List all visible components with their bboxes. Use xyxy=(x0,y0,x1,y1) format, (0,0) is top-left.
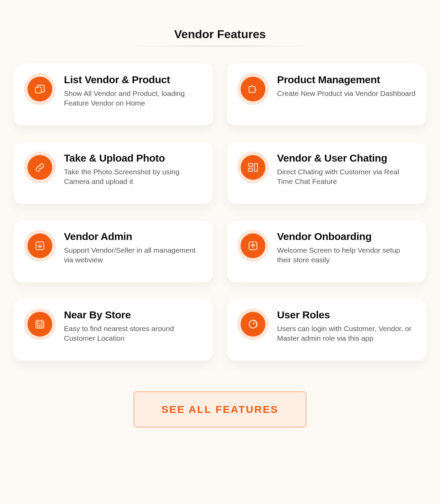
feature-desc: Create New Product via Vendor Dashboard xyxy=(277,89,416,98)
layers-icon xyxy=(28,77,52,101)
feature-card: List Vendor & Product Show All Vendor an… xyxy=(14,64,213,125)
svg-point-8 xyxy=(40,325,40,326)
download-icon xyxy=(28,233,52,258)
svg-rect-0 xyxy=(35,87,41,93)
icon-wrap xyxy=(24,230,56,262)
feature-desc: Show All Vendor and Product, loading Fea… xyxy=(64,89,203,108)
puzzle-icon xyxy=(241,77,265,101)
icon-wrap xyxy=(24,73,56,105)
feature-title: Take & Upload Photo xyxy=(64,152,203,164)
feature-title: Near By Store xyxy=(64,309,203,321)
feature-card: Product Management Create New Product vi… xyxy=(227,64,426,125)
svg-rect-2 xyxy=(249,168,252,172)
title-underline xyxy=(138,46,302,46)
grid-icon xyxy=(241,155,265,180)
feature-desc: Users can login with Customer, Vendor, o… xyxy=(277,324,416,343)
feature-card: Vendor Onboarding Welcome Screen to help… xyxy=(227,220,426,282)
icon-wrap xyxy=(237,152,269,183)
feature-title: List Vendor & Product xyxy=(64,74,203,86)
upload-icon xyxy=(241,233,265,258)
link-icon xyxy=(28,155,52,180)
feature-desc: Support Vendor/Seller in all management … xyxy=(64,245,203,265)
features-grid: List Vendor & Product Show All Vendor an… xyxy=(14,64,426,361)
feature-desc: Easy to find nearest stores around Custo… xyxy=(64,324,203,343)
feature-desc: Direct Chating with Customer via Real Ti… xyxy=(277,167,416,187)
feature-card: Near By Store Easy to find nearest store… xyxy=(14,299,213,361)
svg-rect-3 xyxy=(254,164,257,172)
gauge-icon xyxy=(241,312,265,337)
icon-wrap xyxy=(237,308,269,340)
svg-point-9 xyxy=(42,325,42,326)
feature-title: Vendor Admin xyxy=(64,231,203,243)
svg-point-7 xyxy=(37,325,38,326)
feature-card: User Roles Users can login with Customer… xyxy=(227,299,426,361)
feature-card: Take & Upload Photo Take the Photo Scree… xyxy=(14,142,213,204)
feature-title: Product Management xyxy=(277,74,416,86)
icon-wrap xyxy=(237,230,269,262)
svg-rect-1 xyxy=(249,164,252,167)
section-title: Vendor Features xyxy=(14,28,426,41)
icon-wrap xyxy=(24,308,56,340)
feature-title: User Roles xyxy=(277,309,416,321)
see-all-features-button[interactable]: SEE ALL FEATURES xyxy=(134,392,307,427)
feature-title: Vendor Onboarding xyxy=(277,231,416,243)
feature-title: Vendor & User Chating xyxy=(277,152,416,164)
feature-desc: Take the Photo Screenshot by using Camer… xyxy=(64,167,203,187)
calendar-icon xyxy=(28,312,52,337)
svg-point-11 xyxy=(40,326,40,327)
feature-card: Vendor Admin Support Vendor/Seller in al… xyxy=(14,220,213,282)
svg-point-12 xyxy=(42,326,42,327)
svg-point-10 xyxy=(37,326,38,327)
icon-wrap xyxy=(237,73,269,105)
icon-wrap xyxy=(24,152,56,183)
feature-card: Vendor & User Chating Direct Chating wit… xyxy=(227,142,426,204)
feature-desc: Welcome Screen to help Vendor setup thei… xyxy=(277,245,416,265)
